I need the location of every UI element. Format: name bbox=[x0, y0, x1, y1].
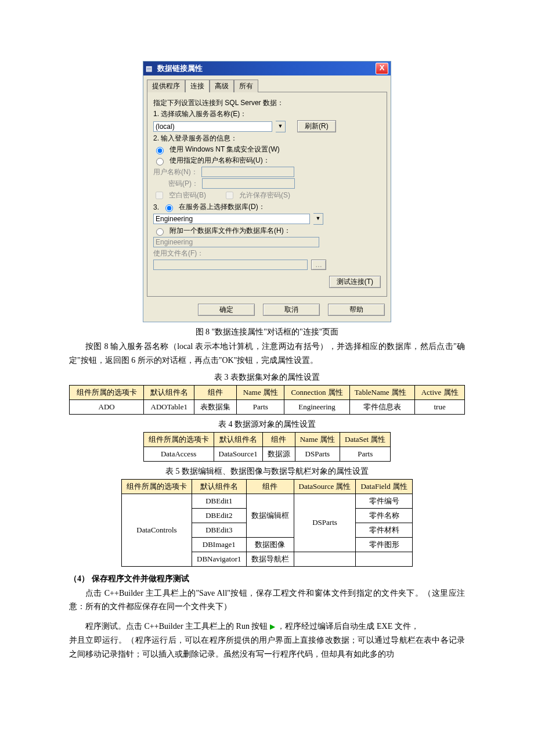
section4-heading: （4） 保存程序文件并做程序测试 bbox=[69, 574, 465, 584]
step1-label: 1. 选择或输入服务器名称(E)： bbox=[153, 109, 381, 119]
t3-h2: 组件 bbox=[194, 385, 237, 399]
dialog-button-row: 确定 取消 帮助 bbox=[143, 300, 391, 322]
radio-nt-security[interactable] bbox=[156, 147, 164, 154]
t4-c0: DataAccess bbox=[143, 447, 214, 461]
t3-c0: ADO bbox=[70, 399, 144, 414]
t5-r4-comp: 数据图像 bbox=[246, 537, 294, 552]
filename-field bbox=[153, 260, 308, 270]
t5-h0: 组件所属的选项卡 bbox=[122, 479, 192, 494]
t4-c4: Parts bbox=[340, 447, 391, 461]
password-field bbox=[202, 178, 295, 189]
t4-h4: DataSet 属性 bbox=[340, 432, 391, 447]
t4-h3: Name 属性 bbox=[295, 432, 340, 447]
t3-c4: Engineering bbox=[284, 399, 350, 414]
app-icon: ▤ bbox=[146, 64, 155, 73]
radio-select-db[interactable] bbox=[165, 204, 173, 212]
t5-r4-name: DBImage1 bbox=[192, 537, 247, 552]
t3-h1: 默认组件名 bbox=[144, 385, 194, 399]
t5-r3-df: 零件材料 bbox=[356, 523, 413, 537]
t5-r5-name: DBNavigator1 bbox=[192, 552, 247, 566]
section4-p1: 点击 C++Builder 主工具栏上的"Save All"按钮，保存工程文件和… bbox=[69, 586, 465, 614]
t5-r1-comp: 数据编辑框 bbox=[246, 494, 294, 537]
attach-db-name-field bbox=[153, 237, 319, 247]
tab-panel-connect: 指定下列设置以连接到 SQL Server 数据： 1. 选择或输入服务器名称(… bbox=[147, 92, 387, 297]
table4-caption: 表 4 数据源对象的属性设置 bbox=[69, 419, 465, 430]
t5-r5-df bbox=[356, 552, 413, 566]
t5-h1: 默认组件名 bbox=[192, 479, 247, 494]
t4-h2: 组件 bbox=[262, 432, 295, 447]
server-name-combo[interactable] bbox=[153, 121, 272, 132]
tab-connect[interactable]: 连接 bbox=[185, 80, 210, 92]
username-field bbox=[201, 167, 294, 177]
radio-attach-db[interactable] bbox=[156, 228, 164, 236]
t3-c5: 零件信息表 bbox=[349, 399, 414, 414]
t5-r4-df: 零件图形 bbox=[356, 537, 413, 552]
cancel-button[interactable]: 取消 bbox=[263, 304, 320, 316]
t5-r2-name: DBEdit2 bbox=[192, 508, 247, 523]
t3-h5: TableName 属性 bbox=[349, 385, 414, 399]
step2-label: 2. 输入登录服务器的信息： bbox=[153, 134, 381, 143]
table3: 组件所属的选项卡 默认组件名 组件 Name 属性 Connection 属性 … bbox=[69, 385, 465, 415]
t3-h4: Connection 属性 bbox=[284, 385, 350, 399]
t5-r1-df: 零件编号 bbox=[356, 494, 413, 508]
t4-h1: 默认组件名 bbox=[214, 432, 262, 447]
t5-r5-ds bbox=[294, 552, 356, 566]
close-icon[interactable]: X bbox=[376, 63, 388, 74]
t3-c1: ADOTable1 bbox=[144, 399, 194, 414]
run-icon: ▶ bbox=[270, 622, 275, 631]
t3-h0: 组件所属的选项卡 bbox=[70, 385, 144, 399]
step3-prefix: 3. bbox=[153, 203, 159, 211]
t4-c2: 数据源 bbox=[262, 447, 295, 461]
table4: 组件所属的选项卡 默认组件名 组件 Name 属性 DataSet 属性 Dat… bbox=[143, 432, 391, 462]
section4-p3: 并且立即运行。（程序运行后，可以在程序所提供的用户界面上直接修改数据；可以通过导… bbox=[69, 633, 465, 661]
t5-col1: DataControls bbox=[122, 494, 192, 566]
section4-p2-pre: 程序测试。点击 C++Builder 主工具栏上的 Run 按钮 bbox=[85, 622, 268, 631]
tab-strip: 提供程序 连接 高级 所有 bbox=[143, 75, 391, 92]
t3-c2: 表数据集 bbox=[194, 399, 237, 414]
table3-caption: 表 3 表数据集对象的属性设置 bbox=[69, 372, 465, 383]
refresh-button[interactable]: 刷新(R) bbox=[297, 120, 336, 132]
test-connection-button[interactable]: 测试连接(T) bbox=[329, 276, 381, 288]
t5-r1-ds: DSParts bbox=[294, 494, 356, 552]
save-password-checkbox bbox=[226, 192, 233, 199]
t5-r5-comp: 数据导航栏 bbox=[246, 552, 294, 566]
dialog-title: 数据链接属性 bbox=[157, 63, 376, 74]
figure8-caption: 图 8 "数据连接属性"对话框的"连接"页面 bbox=[69, 327, 465, 337]
t3-h6: Active 属性 bbox=[415, 385, 465, 399]
t3-c6: true bbox=[415, 399, 465, 414]
t3-c3: Parts bbox=[237, 399, 284, 414]
t5-h3: DataSource 属性 bbox=[294, 479, 356, 494]
radio-attach-label: 附加一个数据库文件作为数据库名(H)： bbox=[169, 226, 291, 236]
database-combo[interactable] bbox=[153, 214, 310, 224]
t4-h0: 组件所属的选项卡 bbox=[143, 432, 214, 447]
t4-c3: DSParts bbox=[295, 447, 340, 461]
radio-user-password[interactable] bbox=[156, 158, 164, 165]
t5-h2: 组件 bbox=[246, 479, 294, 494]
table5: 组件所属的选项卡 默认组件名 组件 DataSource 属性 DataFiel… bbox=[121, 479, 413, 567]
database-dropdown-icon[interactable]: ▼ bbox=[313, 213, 323, 225]
radio-user-label: 使用指定的用户名称和密码(U)： bbox=[169, 156, 270, 165]
server-name-dropdown-icon[interactable]: ▼ bbox=[276, 121, 286, 132]
t5-r3-name: DBEdit3 bbox=[192, 523, 247, 537]
tab-provider[interactable]: 提供程序 bbox=[147, 80, 185, 92]
use-filename-label: 使用文件名(F)： bbox=[153, 249, 381, 258]
tab-all[interactable]: 所有 bbox=[234, 80, 258, 92]
t5-h4: DataField 属性 bbox=[356, 479, 413, 494]
ok-button[interactable]: 确定 bbox=[198, 304, 255, 316]
data-link-properties-dialog: ▤ 数据链接属性 X 提供程序 连接 高级 所有 指定下列设置以连接到 SQL … bbox=[143, 61, 391, 322]
t5-r1-name: DBEdit1 bbox=[192, 494, 247, 508]
section4-p2-post: ，程序经过编译后自动生成 EXE 文件， bbox=[277, 622, 418, 631]
dialog-titlebar[interactable]: ▤ 数据链接属性 X bbox=[143, 62, 391, 75]
radio-select-db-label: 在服务器上选择数据库(D)： bbox=[179, 202, 265, 212]
username-label: 用户名称(N)： bbox=[153, 167, 198, 177]
t4-c1: DataSource1 bbox=[214, 447, 262, 461]
table5-caption: 表 5 数据编辑框、数据图像与数据导航栏对象的属性设置 bbox=[69, 466, 465, 477]
blank-password-checkbox bbox=[156, 192, 163, 199]
radio-nt-label: 使用 Windows NT 集成安全设置(W) bbox=[169, 145, 280, 154]
section4-p2: 程序测试。点击 C++Builder 主工具栏上的 Run 按钮 ▶ ，程序经过… bbox=[69, 620, 465, 633]
t5-r2-df: 零件名称 bbox=[356, 508, 413, 523]
password-label: 密码(P)： bbox=[153, 179, 199, 189]
tab-advanced[interactable]: 高级 bbox=[210, 80, 234, 92]
help-button[interactable]: 帮助 bbox=[328, 304, 385, 316]
t3-h3: Name 属性 bbox=[237, 385, 284, 399]
